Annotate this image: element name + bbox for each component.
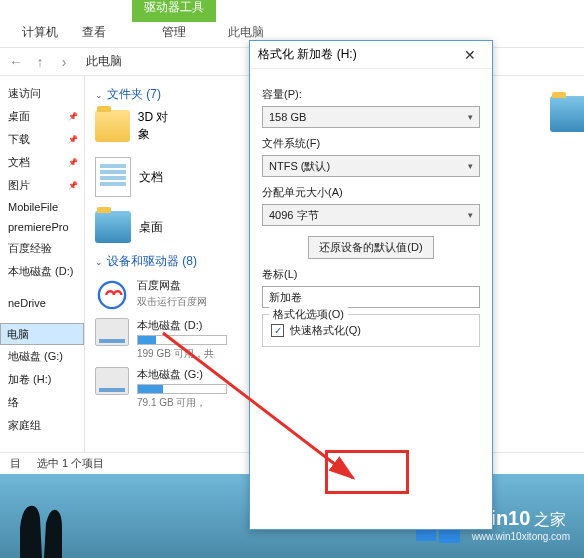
folder-icon [95,110,130,142]
allocation-select[interactable]: 4096 字节▾ [262,204,480,226]
chevron-right-icon: › [56,54,72,70]
nav-premierepro[interactable]: premierePro [0,217,84,237]
filesystem-label: 文件系统(F) [262,136,480,151]
drive-icon [95,367,129,395]
baidu-cloud-icon [95,278,129,312]
nav-network[interactable]: 络 [0,391,84,414]
nav-quick-access[interactable]: 速访问 [0,82,84,105]
pin-icon: 📌 [68,112,78,121]
desktop-icon [95,211,131,243]
capacity-label: 容量(P): [262,87,480,102]
chevron-down-icon: ⌄ [95,257,103,267]
nav-documents[interactable]: 文档📌 [0,151,84,174]
nav-baidu-exp[interactable]: 百度经验 [0,237,84,260]
pin-icon: 📌 [68,181,78,190]
chevron-down-icon: ▾ [468,112,473,122]
pin-icon: 📌 [68,135,78,144]
nav-back-icon[interactable]: ← [8,54,24,70]
breadcrumb[interactable]: 此电脑 [80,53,128,70]
nav-disk-h[interactable]: 加卷 (H:) [0,368,84,391]
nav-this-pc[interactable]: 电脑 [0,323,84,345]
chevron-down-icon: ▾ [468,210,473,220]
filesystem-select[interactable]: NTFS (默认)▾ [262,155,480,177]
tab-drive-tools[interactable]: 驱动器工具 [132,0,216,22]
format-options-group: 格式化选项(O) ✓ 快速格式化(Q) [262,314,480,347]
document-icon [95,157,131,197]
folder-desktop[interactable]: 桌面 [95,211,179,243]
checkbox-icon: ✓ [271,324,284,337]
dialog-title: 格式化 新加卷 (H:) [258,46,357,63]
nav-desktop[interactable]: 桌面📌 [0,105,84,128]
folder-documents[interactable]: 文档 [95,157,179,197]
dialog-titlebar[interactable]: 格式化 新加卷 (H:) ✕ [250,41,492,69]
capacity-select[interactable]: 158 GB▾ [262,106,480,128]
folder-3d-objects[interactable]: 3D 对象 [95,109,179,143]
tab-view[interactable]: 查看 [70,18,118,47]
nav-pictures[interactable]: 图片📌 [0,174,84,197]
status-selected: 选中 1 个项目 [37,456,104,471]
nav-downloads[interactable]: 下载📌 [0,128,84,151]
nav-tree: 速访问 桌面📌 下载📌 文档📌 图片📌 MobileFile premiereP… [0,76,85,458]
nav-disk-g[interactable]: 地磁盘 (G:) [0,345,84,368]
nav-disk-d[interactable]: 本地磁盘 (D:) [0,260,84,283]
tab-manage[interactable]: 管理 [150,22,198,47]
nav-homegroup[interactable]: 家庭组 [0,414,84,437]
volume-label-input[interactable]: 新加卷 [262,286,480,308]
nav-mobilefile[interactable]: MobileFile [0,197,84,217]
tab-computer[interactable]: 计算机 [10,18,70,47]
nav-up-icon[interactable]: ↑ [32,54,48,70]
annotation-highlight [325,450,409,494]
nav-onedrive[interactable]: neDrive [0,293,84,313]
quick-format-checkbox[interactable]: ✓ 快速格式化(Q) [271,323,471,338]
volume-label-label: 卷标(L) [262,267,480,282]
drive-icon [95,318,129,346]
silhouette-icon [10,488,70,558]
restore-defaults-button[interactable]: 还原设备的默认值(D) [308,236,433,259]
folder-peek-icon [550,96,584,132]
allocation-label: 分配单元大小(A) [262,185,480,200]
chevron-down-icon: ⌄ [95,90,103,100]
chevron-down-icon: ▾ [468,161,473,171]
close-button[interactable]: ✕ [456,47,484,63]
format-options-title: 格式化选项(O) [269,307,348,322]
status-item-count: 目 [10,456,21,471]
pin-icon: 📌 [68,158,78,167]
